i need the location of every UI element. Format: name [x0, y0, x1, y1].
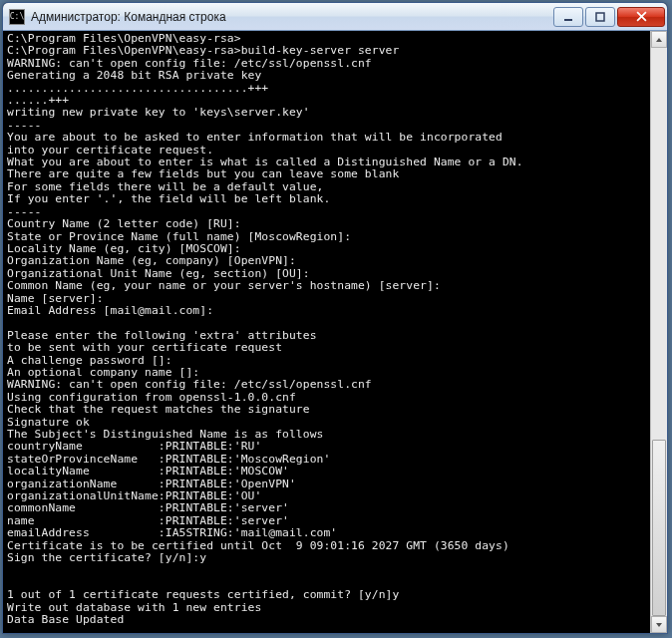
window-controls: [551, 7, 665, 27]
vertical-scrollbar[interactable]: [650, 31, 667, 633]
minimize-button[interactable]: [553, 7, 583, 27]
scroll-thumb[interactable]: [652, 440, 666, 616]
scroll-down-button[interactable]: [651, 616, 667, 633]
terminal-window: C:\ Администратор: Командная строка C:\P…: [2, 2, 668, 634]
svg-rect-1: [596, 13, 604, 21]
close-button[interactable]: [617, 7, 665, 27]
titlebar[interactable]: C:\ Администратор: Командная строка: [3, 3, 667, 31]
maximize-button[interactable]: [585, 7, 615, 27]
console-output[interactable]: C:\Program Files\OpenVPN\easy-rsa> C:\Pr…: [3, 31, 650, 633]
scroll-track[interactable]: [651, 48, 667, 616]
scroll-up-button[interactable]: [651, 31, 667, 48]
svg-rect-0: [564, 19, 572, 21]
app-icon: C:\: [9, 9, 25, 25]
window-title: Администратор: Командная строка: [31, 10, 551, 24]
console-area: C:\Program Files\OpenVPN\easy-rsa> C:\Pr…: [3, 31, 667, 633]
